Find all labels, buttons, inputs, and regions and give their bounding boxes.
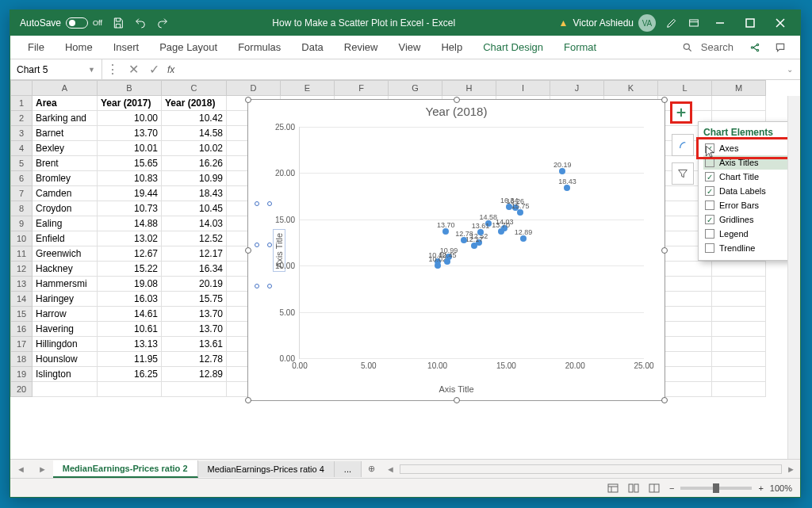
cell[interactable]: [162, 382, 227, 397]
cell-C7[interactable]: 18.43: [162, 186, 227, 201]
scatter-chart[interactable]: Year (2018) Axis Title 0.005.0010.0015.0…: [247, 99, 665, 401]
cell-A13[interactable]: Hammersmi: [33, 277, 98, 292]
col-header-F[interactable]: F: [335, 80, 389, 96]
chart-element-axes[interactable]: ✓Axes: [703, 141, 792, 155]
cell[interactable]: [712, 337, 766, 352]
cell[interactable]: [658, 337, 712, 352]
cell[interactable]: [712, 367, 766, 382]
chart-handle[interactable]: [661, 97, 668, 103]
row-header-13[interactable]: 13: [10, 277, 33, 292]
tab-formulas[interactable]: Formulas: [228, 38, 290, 56]
cell-B8[interactable]: 10.73: [98, 201, 162, 216]
cell-B18[interactable]: 11.95: [98, 352, 162, 367]
cell-A14[interactable]: Haringey: [33, 292, 98, 307]
row-header-6[interactable]: 6: [10, 171, 33, 186]
cell[interactable]: [712, 322, 766, 337]
sheet-tab-1[interactable]: MedianEarnings-Prices ratio 4: [198, 461, 335, 477]
cell-B7[interactable]: 19.44: [98, 186, 162, 201]
cell[interactable]: [712, 352, 766, 367]
scroll-left-icon[interactable]: ◄: [386, 464, 395, 474]
cell-B10[interactable]: 13.02: [98, 231, 162, 246]
cell-B4[interactable]: 10.01: [98, 141, 162, 156]
select-all-corner[interactable]: [10, 80, 33, 96]
cell-A9[interactable]: Ealing: [33, 216, 98, 231]
row-header-3[interactable]: 3: [10, 126, 33, 141]
data-point[interactable]: [559, 168, 565, 174]
row-header-7[interactable]: 7: [10, 186, 33, 201]
row-header-18[interactable]: 18: [10, 352, 33, 367]
user-account[interactable]: ▲ Victor Ashiedu VA: [554, 14, 661, 32]
ribbon-options-icon[interactable]: [683, 12, 705, 34]
zoom-value[interactable]: 100%: [770, 483, 792, 493]
add-sheet-button[interactable]: ⊕: [362, 464, 381, 474]
tab-data[interactable]: Data: [292, 38, 332, 56]
maximize-button[interactable]: [735, 12, 765, 34]
axis-title-handle[interactable]: [267, 243, 272, 247]
cell-B17[interactable]: 13.13: [98, 337, 162, 352]
cell[interactable]: [712, 292, 766, 307]
cell-C3[interactable]: 14.58: [162, 126, 227, 141]
axis-title-handle[interactable]: [255, 243, 259, 247]
chart-elements-button[interactable]: [670, 101, 692, 124]
tab-format[interactable]: Format: [554, 38, 606, 56]
cell-B14[interactable]: 16.03: [98, 292, 162, 307]
row-header-1[interactable]: 1: [10, 96, 33, 111]
col-header-J[interactable]: J: [550, 80, 604, 96]
cell[interactable]: [33, 382, 98, 397]
axis-title-handle[interactable]: [255, 201, 259, 206]
cell-C14[interactable]: 15.75: [162, 292, 227, 307]
cell-A15[interactable]: Harrow: [33, 307, 98, 322]
save-icon[interactable]: [107, 12, 129, 34]
cell-C17[interactable]: 13.61: [162, 337, 227, 352]
cancel-formula-icon[interactable]: ✕: [123, 60, 144, 79]
cell-B12[interactable]: 15.22: [98, 262, 162, 277]
data-point[interactable]: [520, 235, 527, 242]
chart-filters-button[interactable]: [672, 162, 694, 185]
chart-element-trendline[interactable]: Trendline: [703, 241, 792, 255]
tab-insert[interactable]: Insert: [104, 38, 149, 56]
chart-element-legend[interactable]: Legend: [703, 227, 792, 241]
col-header-G[interactable]: G: [389, 80, 442, 96]
col-header-D[interactable]: D: [227, 80, 281, 96]
close-button[interactable]: [765, 12, 795, 34]
cell[interactable]: [658, 382, 712, 397]
cell-B1[interactable]: Year (2017): [98, 96, 162, 111]
search-icon[interactable]: [676, 38, 699, 57]
col-header-L[interactable]: L: [658, 80, 712, 96]
cell-B2[interactable]: 10.00: [98, 111, 162, 126]
row-header-19[interactable]: 19: [10, 367, 33, 382]
tab-review[interactable]: Review: [335, 38, 388, 56]
redo-icon[interactable]: [151, 12, 174, 34]
name-box[interactable]: Chart 5 ▼: [10, 59, 102, 79]
data-point[interactable]: [461, 237, 467, 243]
col-header-H[interactable]: H: [442, 80, 496, 96]
chart-handle[interactable]: [661, 397, 668, 403]
cell-B5[interactable]: 15.65: [98, 156, 162, 171]
cell-B3[interactable]: 13.70: [98, 126, 162, 141]
cell[interactable]: [658, 307, 712, 322]
cell[interactable]: [658, 277, 712, 292]
row-header-17[interactable]: 17: [10, 337, 33, 352]
horizontal-scrollbar[interactable]: [400, 464, 782, 474]
chart-handle[interactable]: [661, 247, 668, 254]
plot-area[interactable]: 0.005.0010.0015.0020.0025.000.005.0010.0…: [299, 127, 644, 359]
col-header-I[interactable]: I: [496, 80, 550, 96]
cell-C4[interactable]: 10.02: [162, 141, 227, 156]
chart-handle[interactable]: [245, 97, 251, 103]
tab-help[interactable]: Help: [431, 38, 472, 56]
chart-handle[interactable]: [245, 247, 251, 254]
chart-element-chart-title[interactable]: ✓Chart Title: [703, 170, 792, 184]
chart-styles-button[interactable]: [672, 134, 694, 156]
sheet-tab-more[interactable]: ...: [335, 461, 362, 477]
cell[interactable]: [658, 367, 712, 382]
cell-C2[interactable]: 10.42: [162, 111, 227, 126]
comments-icon[interactable]: [768, 38, 792, 57]
cell-C16[interactable]: 13.70: [162, 322, 227, 337]
sheet-tab-0[interactable]: MedianEarnings-Prices ratio 2: [53, 460, 198, 478]
data-point[interactable]: [498, 228, 504, 235]
cell-A11[interactable]: Greenwich: [33, 246, 98, 262]
vertical-scrollbar[interactable]: [787, 96, 800, 459]
cell-B13[interactable]: 19.08: [98, 277, 162, 292]
tab-file[interactable]: File: [18, 38, 54, 56]
cell-C9[interactable]: 14.03: [162, 216, 227, 231]
